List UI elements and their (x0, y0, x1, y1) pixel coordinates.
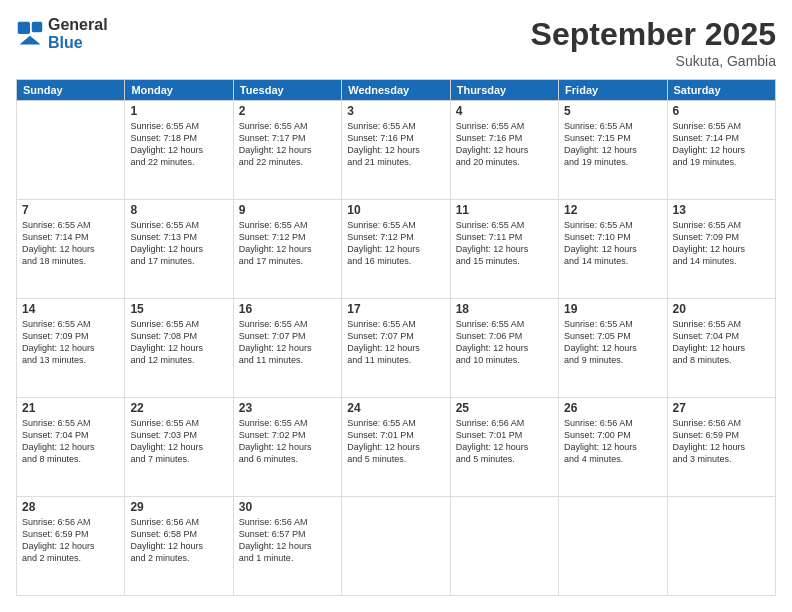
day-info: Sunrise: 6:55 AM Sunset: 7:01 PM Dayligh… (347, 417, 444, 466)
calendar-cell: 30Sunrise: 6:56 AM Sunset: 6:57 PM Dayli… (233, 497, 341, 596)
day-info: Sunrise: 6:55 AM Sunset: 7:13 PM Dayligh… (130, 219, 227, 268)
day-info: Sunrise: 6:55 AM Sunset: 7:05 PM Dayligh… (564, 318, 661, 367)
calendar-week-row: 7Sunrise: 6:55 AM Sunset: 7:14 PM Daylig… (17, 200, 776, 299)
calendar-cell: 6Sunrise: 6:55 AM Sunset: 7:14 PM Daylig… (667, 101, 775, 200)
day-number: 2 (239, 104, 336, 118)
calendar-cell: 3Sunrise: 6:55 AM Sunset: 7:16 PM Daylig… (342, 101, 450, 200)
logo-icon (16, 20, 44, 48)
day-info: Sunrise: 6:55 AM Sunset: 7:02 PM Dayligh… (239, 417, 336, 466)
page: General Blue September 2025 Sukuta, Gamb… (0, 0, 792, 612)
day-info: Sunrise: 6:55 AM Sunset: 7:18 PM Dayligh… (130, 120, 227, 169)
day-info: Sunrise: 6:55 AM Sunset: 7:16 PM Dayligh… (456, 120, 553, 169)
day-info: Sunrise: 6:56 AM Sunset: 6:57 PM Dayligh… (239, 516, 336, 565)
day-info: Sunrise: 6:55 AM Sunset: 7:08 PM Dayligh… (130, 318, 227, 367)
day-number: 8 (130, 203, 227, 217)
day-number: 13 (673, 203, 770, 217)
day-number: 9 (239, 203, 336, 217)
calendar-cell: 25Sunrise: 6:56 AM Sunset: 7:01 PM Dayli… (450, 398, 558, 497)
col-header-tuesday: Tuesday (233, 80, 341, 101)
calendar-cell: 26Sunrise: 6:56 AM Sunset: 7:00 PM Dayli… (559, 398, 667, 497)
location-subtitle: Sukuta, Gambia (531, 53, 776, 69)
calendar-cell: 28Sunrise: 6:56 AM Sunset: 6:59 PM Dayli… (17, 497, 125, 596)
day-number: 11 (456, 203, 553, 217)
logo: General Blue (16, 16, 108, 51)
day-number: 5 (564, 104, 661, 118)
calendar-cell: 2Sunrise: 6:55 AM Sunset: 7:17 PM Daylig… (233, 101, 341, 200)
calendar-cell: 5Sunrise: 6:55 AM Sunset: 7:15 PM Daylig… (559, 101, 667, 200)
day-info: Sunrise: 6:55 AM Sunset: 7:09 PM Dayligh… (673, 219, 770, 268)
calendar-cell: 14Sunrise: 6:55 AM Sunset: 7:09 PM Dayli… (17, 299, 125, 398)
svg-rect-0 (18, 21, 30, 33)
header: General Blue September 2025 Sukuta, Gamb… (16, 16, 776, 69)
calendar-cell: 15Sunrise: 6:55 AM Sunset: 7:08 PM Dayli… (125, 299, 233, 398)
day-number: 18 (456, 302, 553, 316)
calendar-cell: 27Sunrise: 6:56 AM Sunset: 6:59 PM Dayli… (667, 398, 775, 497)
day-number: 30 (239, 500, 336, 514)
day-number: 1 (130, 104, 227, 118)
day-info: Sunrise: 6:55 AM Sunset: 7:10 PM Dayligh… (564, 219, 661, 268)
day-info: Sunrise: 6:55 AM Sunset: 7:17 PM Dayligh… (239, 120, 336, 169)
day-number: 25 (456, 401, 553, 415)
calendar-cell: 23Sunrise: 6:55 AM Sunset: 7:02 PM Dayli… (233, 398, 341, 497)
day-number: 6 (673, 104, 770, 118)
day-info: Sunrise: 6:55 AM Sunset: 7:04 PM Dayligh… (673, 318, 770, 367)
calendar-table: SundayMondayTuesdayWednesdayThursdayFrid… (16, 79, 776, 596)
day-info: Sunrise: 6:55 AM Sunset: 7:12 PM Dayligh… (239, 219, 336, 268)
svg-marker-2 (20, 35, 41, 44)
day-info: Sunrise: 6:55 AM Sunset: 7:07 PM Dayligh… (239, 318, 336, 367)
calendar-cell: 4Sunrise: 6:55 AM Sunset: 7:16 PM Daylig… (450, 101, 558, 200)
calendar-cell: 19Sunrise: 6:55 AM Sunset: 7:05 PM Dayli… (559, 299, 667, 398)
day-info: Sunrise: 6:55 AM Sunset: 7:11 PM Dayligh… (456, 219, 553, 268)
day-number: 22 (130, 401, 227, 415)
calendar-cell: 21Sunrise: 6:55 AM Sunset: 7:04 PM Dayli… (17, 398, 125, 497)
day-info: Sunrise: 6:55 AM Sunset: 7:06 PM Dayligh… (456, 318, 553, 367)
day-number: 7 (22, 203, 119, 217)
calendar-cell: 20Sunrise: 6:55 AM Sunset: 7:04 PM Dayli… (667, 299, 775, 398)
calendar-cell (559, 497, 667, 596)
day-number: 12 (564, 203, 661, 217)
calendar-cell (342, 497, 450, 596)
day-info: Sunrise: 6:56 AM Sunset: 7:00 PM Dayligh… (564, 417, 661, 466)
title-block: September 2025 Sukuta, Gambia (531, 16, 776, 69)
col-header-saturday: Saturday (667, 80, 775, 101)
day-number: 27 (673, 401, 770, 415)
calendar-cell: 8Sunrise: 6:55 AM Sunset: 7:13 PM Daylig… (125, 200, 233, 299)
day-number: 21 (22, 401, 119, 415)
calendar-cell (667, 497, 775, 596)
svg-rect-1 (32, 21, 43, 32)
col-header-sunday: Sunday (17, 80, 125, 101)
calendar-week-row: 1Sunrise: 6:55 AM Sunset: 7:18 PM Daylig… (17, 101, 776, 200)
calendar-week-row: 28Sunrise: 6:56 AM Sunset: 6:59 PM Dayli… (17, 497, 776, 596)
day-number: 24 (347, 401, 444, 415)
day-number: 15 (130, 302, 227, 316)
day-number: 23 (239, 401, 336, 415)
day-number: 26 (564, 401, 661, 415)
day-info: Sunrise: 6:55 AM Sunset: 7:14 PM Dayligh… (22, 219, 119, 268)
day-info: Sunrise: 6:55 AM Sunset: 7:16 PM Dayligh… (347, 120, 444, 169)
day-number: 10 (347, 203, 444, 217)
day-number: 14 (22, 302, 119, 316)
col-header-monday: Monday (125, 80, 233, 101)
calendar-header-row: SundayMondayTuesdayWednesdayThursdayFrid… (17, 80, 776, 101)
calendar-cell: 7Sunrise: 6:55 AM Sunset: 7:14 PM Daylig… (17, 200, 125, 299)
calendar-cell: 13Sunrise: 6:55 AM Sunset: 7:09 PM Dayli… (667, 200, 775, 299)
calendar-cell: 1Sunrise: 6:55 AM Sunset: 7:18 PM Daylig… (125, 101, 233, 200)
day-info: Sunrise: 6:56 AM Sunset: 6:59 PM Dayligh… (22, 516, 119, 565)
day-info: Sunrise: 6:56 AM Sunset: 7:01 PM Dayligh… (456, 417, 553, 466)
day-number: 20 (673, 302, 770, 316)
col-header-wednesday: Wednesday (342, 80, 450, 101)
day-info: Sunrise: 6:55 AM Sunset: 7:14 PM Dayligh… (673, 120, 770, 169)
calendar-week-row: 14Sunrise: 6:55 AM Sunset: 7:09 PM Dayli… (17, 299, 776, 398)
day-number: 19 (564, 302, 661, 316)
calendar-cell: 12Sunrise: 6:55 AM Sunset: 7:10 PM Dayli… (559, 200, 667, 299)
logo-text: General Blue (48, 16, 108, 51)
col-header-thursday: Thursday (450, 80, 558, 101)
calendar-cell: 10Sunrise: 6:55 AM Sunset: 7:12 PM Dayli… (342, 200, 450, 299)
calendar-cell: 18Sunrise: 6:55 AM Sunset: 7:06 PM Dayli… (450, 299, 558, 398)
day-number: 28 (22, 500, 119, 514)
day-info: Sunrise: 6:55 AM Sunset: 7:09 PM Dayligh… (22, 318, 119, 367)
day-number: 4 (456, 104, 553, 118)
day-number: 29 (130, 500, 227, 514)
day-info: Sunrise: 6:55 AM Sunset: 7:07 PM Dayligh… (347, 318, 444, 367)
calendar-week-row: 21Sunrise: 6:55 AM Sunset: 7:04 PM Dayli… (17, 398, 776, 497)
